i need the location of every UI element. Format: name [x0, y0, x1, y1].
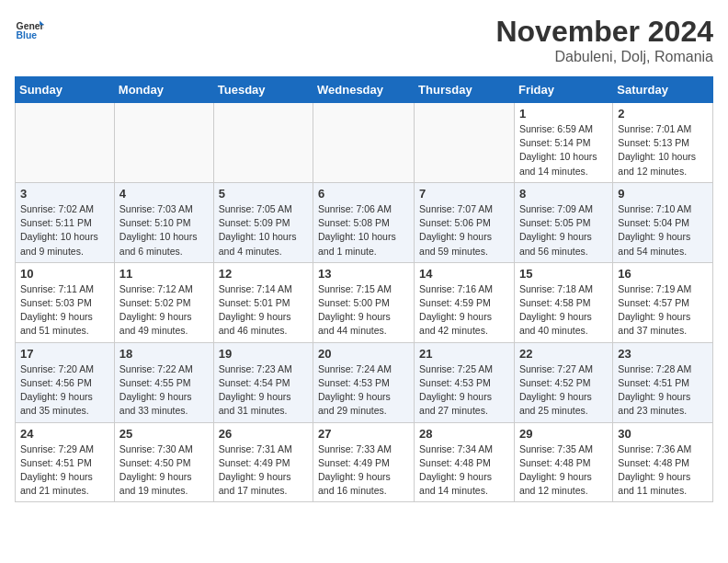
day-number: 27	[318, 427, 409, 441]
day-number: 22	[519, 347, 608, 361]
day-info: Sunrise: 7:10 AM Sunset: 5:04 PM Dayligh…	[618, 202, 708, 259]
day-number: 23	[618, 347, 708, 361]
calendar-week-row: 10Sunrise: 7:11 AM Sunset: 5:03 PM Dayli…	[16, 262, 713, 342]
day-info: Sunrise: 7:15 AM Sunset: 5:00 PM Dayligh…	[318, 282, 409, 339]
day-info: Sunrise: 7:06 AM Sunset: 5:08 PM Dayligh…	[318, 202, 409, 259]
day-info: Sunrise: 7:20 AM Sunset: 4:56 PM Dayligh…	[20, 362, 109, 419]
day-number: 9	[618, 187, 708, 201]
weekday-header-thursday: Thursday	[415, 77, 515, 103]
calendar-cell: 20Sunrise: 7:24 AM Sunset: 4:53 PM Dayli…	[313, 342, 415, 422]
calendar-cell	[313, 103, 415, 183]
day-number: 6	[318, 187, 409, 201]
weekday-header-wednesday: Wednesday	[313, 77, 415, 103]
day-number: 12	[219, 267, 308, 281]
day-number: 16	[618, 267, 708, 281]
calendar-cell: 28Sunrise: 7:34 AM Sunset: 4:48 PM Dayli…	[415, 422, 515, 502]
day-number: 3	[20, 187, 109, 201]
calendar-cell: 8Sunrise: 7:09 AM Sunset: 5:05 PM Daylig…	[514, 182, 612, 262]
weekday-header-row: SundayMondayTuesdayWednesdayThursdayFrid…	[16, 77, 713, 103]
calendar-cell: 17Sunrise: 7:20 AM Sunset: 4:56 PM Dayli…	[16, 342, 115, 422]
svg-text:Blue: Blue	[17, 30, 38, 40]
day-info: Sunrise: 7:23 AM Sunset: 4:54 PM Dayligh…	[219, 362, 308, 419]
day-info: Sunrise: 7:29 AM Sunset: 4:51 PM Dayligh…	[20, 442, 109, 499]
calendar-cell	[415, 103, 515, 183]
calendar-cell	[213, 103, 313, 183]
day-info: Sunrise: 7:30 AM Sunset: 4:50 PM Dayligh…	[119, 442, 209, 499]
day-number: 4	[119, 187, 209, 201]
day-number: 1	[519, 107, 608, 121]
calendar-table: SundayMondayTuesdayWednesdayThursdayFrid…	[15, 76, 713, 502]
day-info: Sunrise: 7:03 AM Sunset: 5:10 PM Dayligh…	[119, 202, 209, 259]
day-number: 26	[219, 427, 308, 441]
day-info: Sunrise: 7:35 AM Sunset: 4:48 PM Dayligh…	[519, 442, 608, 499]
calendar-cell: 10Sunrise: 7:11 AM Sunset: 5:03 PM Dayli…	[16, 262, 115, 342]
calendar-cell	[114, 103, 213, 183]
day-info: Sunrise: 7:02 AM Sunset: 5:11 PM Dayligh…	[20, 202, 109, 259]
day-number: 10	[20, 267, 109, 281]
calendar-cell: 2Sunrise: 7:01 AM Sunset: 5:13 PM Daylig…	[613, 103, 713, 183]
day-info: Sunrise: 7:16 AM Sunset: 4:59 PM Dayligh…	[419, 282, 509, 339]
day-info: Sunrise: 7:25 AM Sunset: 4:53 PM Dayligh…	[419, 362, 509, 419]
day-number: 11	[119, 267, 209, 281]
day-info: Sunrise: 7:14 AM Sunset: 5:01 PM Dayligh…	[219, 282, 308, 339]
calendar-cell: 3Sunrise: 7:02 AM Sunset: 5:11 PM Daylig…	[16, 182, 115, 262]
day-number: 28	[419, 427, 509, 441]
day-number: 24	[20, 427, 109, 441]
calendar-cell: 13Sunrise: 7:15 AM Sunset: 5:00 PM Dayli…	[313, 262, 415, 342]
day-info: Sunrise: 6:59 AM Sunset: 5:14 PM Dayligh…	[519, 122, 608, 178]
calendar-cell: 7Sunrise: 7:07 AM Sunset: 5:06 PM Daylig…	[415, 182, 515, 262]
page-header: General Blue November 2024 Dabuleni, Dol…	[15, 15, 713, 65]
day-number: 19	[219, 347, 308, 361]
day-info: Sunrise: 7:24 AM Sunset: 4:53 PM Dayligh…	[318, 362, 409, 419]
day-number: 29	[519, 427, 608, 441]
calendar-cell: 21Sunrise: 7:25 AM Sunset: 4:53 PM Dayli…	[415, 342, 515, 422]
location: Dabuleni, Dolj, Romania	[495, 49, 713, 65]
day-number: 20	[318, 347, 409, 361]
calendar-cell: 22Sunrise: 7:27 AM Sunset: 4:52 PM Dayli…	[514, 342, 612, 422]
month-title: November 2024	[495, 15, 713, 49]
day-number: 17	[20, 347, 109, 361]
day-number: 21	[419, 347, 509, 361]
weekday-header-sunday: Sunday	[16, 77, 115, 103]
day-number: 13	[318, 267, 409, 281]
day-info: Sunrise: 7:09 AM Sunset: 5:05 PM Dayligh…	[519, 202, 608, 259]
day-number: 14	[419, 267, 509, 281]
title-section: November 2024 Dabuleni, Dolj, Romania	[495, 15, 713, 65]
logo: General Blue	[15, 15, 44, 44]
day-info: Sunrise: 7:12 AM Sunset: 5:02 PM Dayligh…	[119, 282, 209, 339]
calendar-week-row: 24Sunrise: 7:29 AM Sunset: 4:51 PM Dayli…	[16, 422, 713, 502]
calendar-cell: 23Sunrise: 7:28 AM Sunset: 4:51 PM Dayli…	[613, 342, 713, 422]
weekday-header-saturday: Saturday	[613, 77, 713, 103]
calendar-cell: 11Sunrise: 7:12 AM Sunset: 5:02 PM Dayli…	[114, 262, 213, 342]
day-number: 15	[519, 267, 608, 281]
day-info: Sunrise: 7:22 AM Sunset: 4:55 PM Dayligh…	[119, 362, 209, 419]
calendar-cell: 5Sunrise: 7:05 AM Sunset: 5:09 PM Daylig…	[213, 182, 313, 262]
calendar-cell: 29Sunrise: 7:35 AM Sunset: 4:48 PM Dayli…	[514, 422, 612, 502]
calendar-cell: 12Sunrise: 7:14 AM Sunset: 5:01 PM Dayli…	[213, 262, 313, 342]
day-number: 5	[219, 187, 308, 201]
calendar-cell: 18Sunrise: 7:22 AM Sunset: 4:55 PM Dayli…	[114, 342, 213, 422]
day-info: Sunrise: 7:27 AM Sunset: 4:52 PM Dayligh…	[519, 362, 608, 419]
calendar-cell: 30Sunrise: 7:36 AM Sunset: 4:48 PM Dayli…	[613, 422, 713, 502]
weekday-header-friday: Friday	[514, 77, 612, 103]
calendar-week-row: 1Sunrise: 6:59 AM Sunset: 5:14 PM Daylig…	[16, 103, 713, 183]
calendar-cell: 25Sunrise: 7:30 AM Sunset: 4:50 PM Dayli…	[114, 422, 213, 502]
weekday-header-tuesday: Tuesday	[213, 77, 313, 103]
calendar-cell: 26Sunrise: 7:31 AM Sunset: 4:49 PM Dayli…	[213, 422, 313, 502]
calendar-cell: 27Sunrise: 7:33 AM Sunset: 4:49 PM Dayli…	[313, 422, 415, 502]
day-number: 18	[119, 347, 209, 361]
day-info: Sunrise: 7:05 AM Sunset: 5:09 PM Dayligh…	[219, 202, 308, 259]
calendar-cell: 1Sunrise: 6:59 AM Sunset: 5:14 PM Daylig…	[514, 103, 612, 183]
calendar-cell: 15Sunrise: 7:18 AM Sunset: 4:58 PM Dayli…	[514, 262, 612, 342]
calendar-week-row: 3Sunrise: 7:02 AM Sunset: 5:11 PM Daylig…	[16, 182, 713, 262]
day-info: Sunrise: 7:33 AM Sunset: 4:49 PM Dayligh…	[318, 442, 409, 499]
day-info: Sunrise: 7:01 AM Sunset: 5:13 PM Dayligh…	[618, 122, 708, 178]
day-info: Sunrise: 7:34 AM Sunset: 4:48 PM Dayligh…	[419, 442, 509, 499]
day-info: Sunrise: 7:07 AM Sunset: 5:06 PM Dayligh…	[419, 202, 509, 259]
logo-icon: General Blue	[15, 15, 44, 44]
day-number: 2	[618, 107, 708, 121]
day-info: Sunrise: 7:28 AM Sunset: 4:51 PM Dayligh…	[618, 362, 708, 419]
day-number: 30	[618, 427, 708, 441]
day-number: 25	[119, 427, 209, 441]
day-info: Sunrise: 7:18 AM Sunset: 4:58 PM Dayligh…	[519, 282, 608, 339]
